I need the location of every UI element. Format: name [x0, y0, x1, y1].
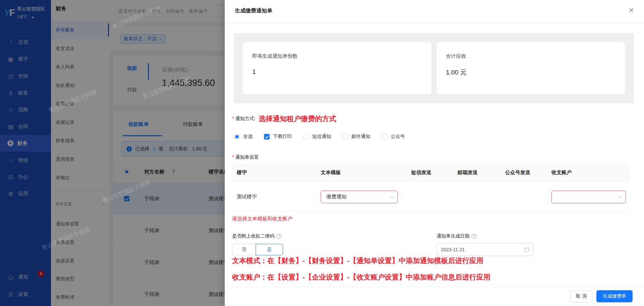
screen: YF 青云智慧园区 1楼宇▶ ◔总览 ▦楼宇 ◳空间 ♙租客 ◇招商 ▤合同 ¥… [0, 0, 644, 306]
notify-method-hint: 选择通知租户缴费的方式 [259, 114, 336, 123]
qr-field-label: 是否附上收款二维码? [232, 233, 281, 239]
cancel-button[interactable]: 取 消 [570, 290, 592, 302]
drawer-title: 生成缴费通知单 [235, 7, 272, 14]
notice-table-row: 测试楼宇 缴费通知 [231, 182, 630, 212]
notify-method-field: *通知方式: 选择通知租户缴费的方式 [232, 114, 336, 123]
question-circle-icon[interactable]: ? [472, 234, 477, 239]
generate-notice-drawer: 生成缴费通知单 × 即将生成通知单份数 1 合计应收 1.00 元 *通知方式:… [225, 0, 644, 306]
date-field-label: 通知单生成日期? [437, 233, 477, 239]
drawer-footer: 取 消 生成缴费单 [225, 287, 644, 306]
template-select[interactable]: 缴费通知 [321, 191, 398, 203]
note-template: 文本模式：在【财务】-【财务设置】-【通知单设置】中添加通知模板后进行应用 [232, 256, 483, 265]
building-cell: 测试楼宇 [231, 194, 315, 200]
notice-date-picker[interactable]: 2023-11-21 [437, 243, 533, 256]
checkbox-official-account[interactable] [382, 134, 387, 140]
checkbox-email[interactable] [342, 134, 348, 140]
qr-toggle: 否 是 [232, 244, 283, 255]
summary-panel: 即将生成通知单份数 1 合计应收 1.00 元 [234, 33, 634, 103]
checkbox-sms[interactable] [303, 134, 309, 140]
checkbox-select-all[interactable] [234, 134, 240, 140]
notify-method-options: 全选 下载打印 短信通知 邮件通知 公众号 [234, 134, 405, 140]
notice-settings-label: *通知单设置 [232, 154, 259, 160]
qr-option-yes[interactable]: 是 [256, 244, 283, 255]
account-select[interactable] [551, 191, 626, 203]
summary-card-count: 即将生成通知单份数 1 [243, 42, 431, 94]
note-account: 收支账户：在【设置】-【企业设置】-【收支账户设置】中添加账户信息后进行应用 [232, 272, 490, 282]
drawer-header: 生成缴费通知单 × [225, 0, 644, 23]
checkbox-download-print[interactable] [264, 134, 270, 140]
generate-button[interactable]: 生成缴费单 [596, 290, 633, 302]
chevron-down-icon [618, 194, 622, 198]
required-asterisk: * [232, 116, 234, 121]
validation-error: 请选择文本模板和收支帐户 [232, 216, 292, 222]
notice-table-header: 楼宇 文本模板 短信发送 邮箱发送 公众号发送 收支账户 [231, 163, 630, 182]
summary-card-total: 合计应收 1.00 元 [437, 42, 625, 94]
calendar-icon [524, 248, 529, 252]
total-receivable-value: 1.00 元 [446, 68, 616, 77]
close-icon[interactable]: × [629, 6, 634, 14]
chevron-down-icon [390, 194, 394, 198]
question-circle-icon[interactable]: ? [276, 234, 281, 239]
required-asterisk: * [232, 154, 234, 160]
notice-count-value: 1 [252, 68, 422, 75]
notice-settings-table: 楼宇 文本模板 短信发送 邮箱发送 公众号发送 收支账户 测试楼宇 缴费通知 [231, 163, 630, 212]
qr-option-no[interactable]: 否 [232, 244, 256, 255]
